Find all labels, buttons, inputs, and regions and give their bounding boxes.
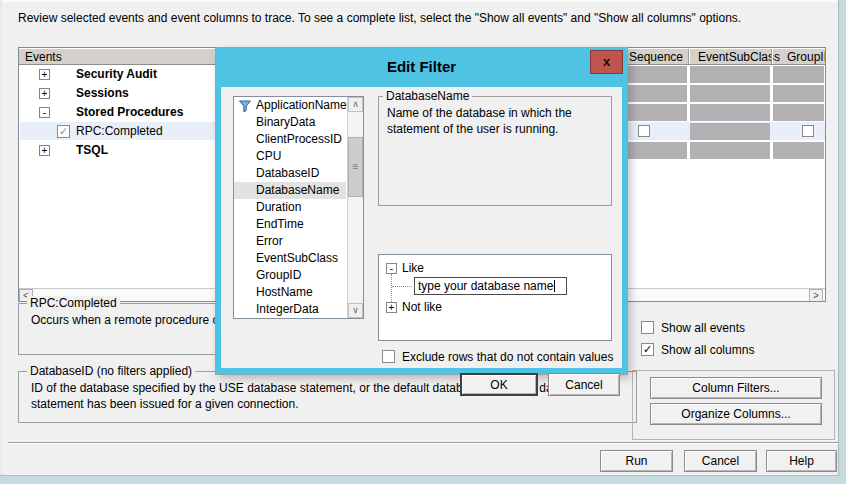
sequence-column-checkbox[interactable] xyxy=(638,125,650,137)
category-label: Security Audit xyxy=(76,65,157,84)
grid-cell xyxy=(690,104,770,121)
column-filters-button[interactable]: Column Filters... xyxy=(650,377,822,399)
collapse-icon[interactable]: - xyxy=(39,107,50,118)
list-item[interactable]: IntegerData xyxy=(234,301,346,318)
list-item[interactable]: ClientProcessID xyxy=(234,131,346,148)
list-item-selected[interactable]: DatabaseName xyxy=(234,182,346,199)
text-cursor xyxy=(554,280,555,292)
column-header-sequence[interactable]: Sequence xyxy=(629,50,683,64)
column-header-events[interactable]: Events xyxy=(25,50,62,64)
databasename-description: Name of the database in which the statem… xyxy=(387,105,602,137)
list-item[interactable]: GroupID xyxy=(234,267,346,284)
show-all-events-checkbox[interactable] xyxy=(641,321,654,334)
groupid-column-checkbox[interactable] xyxy=(802,125,814,137)
event-enabled-checkbox[interactable]: ✓ xyxy=(57,125,70,138)
event-label: RPC:Completed xyxy=(76,122,163,141)
list-item[interactable]: HostName xyxy=(234,284,346,301)
grid-cell xyxy=(690,142,770,159)
dialog-cancel-button[interactable]: Cancel xyxy=(548,373,620,396)
bottom-divider xyxy=(8,442,838,443)
list-item[interactable]: EndTime xyxy=(234,216,346,233)
grid-cell xyxy=(773,104,824,121)
category-label: Sessions xyxy=(76,84,129,103)
organize-columns-button[interactable]: Organize Columns... xyxy=(650,403,822,425)
list-item[interactable]: CPU xyxy=(234,148,346,165)
edit-filter-dialog: Edit Filter x ApplicationName BinaryData… xyxy=(216,48,627,374)
databaseid-groupbox: DatabaseID (no filters applied) ID of th… xyxy=(18,371,637,423)
databaseid-group-title: DatabaseID (no filters applied) xyxy=(27,364,195,378)
scroll-up-icon[interactable]: ∧ xyxy=(348,97,363,112)
expand-icon[interactable]: + xyxy=(386,302,397,313)
grid-cell xyxy=(773,66,824,83)
databasename-groupbox: DatabaseName Name of the database in whi… xyxy=(378,96,612,206)
dialog-title: Edit Filter xyxy=(216,48,627,86)
run-button[interactable]: Run xyxy=(600,450,673,472)
column-separator[interactable] xyxy=(771,49,772,64)
list-vertical-scrollbar[interactable]: ∧ ≡ ∨ xyxy=(347,97,363,318)
list-item-applicationname[interactable]: ApplicationName xyxy=(234,97,346,114)
ok-button[interactable]: OK xyxy=(460,373,538,396)
column-separator[interactable] xyxy=(688,49,689,64)
trace-properties-window: Review selected events and event columns… xyxy=(0,0,846,484)
show-all-columns-label: Show all columns xyxy=(661,343,754,357)
list-item[interactable]: EventSubClass xyxy=(234,250,346,267)
window-frame-right xyxy=(839,0,846,484)
tree-connector xyxy=(392,286,412,287)
filter-funnel-icon xyxy=(239,100,251,112)
grid-cell xyxy=(773,85,824,102)
expand-icon[interactable]: + xyxy=(39,88,50,99)
close-icon[interactable]: x xyxy=(590,50,623,74)
show-all-columns-checkbox[interactable]: ✓ xyxy=(641,343,654,356)
grid-cell xyxy=(773,142,824,159)
window-frame-bottom xyxy=(0,476,846,484)
show-all-events-label: Show all events xyxy=(661,321,745,335)
column-header-eventsubclass[interactable]: EventSubClass xyxy=(698,50,780,64)
not-like-node-label[interactable]: Not like xyxy=(402,300,442,315)
scrollbar-thumb[interactable]: ≡ xyxy=(348,137,363,197)
help-button[interactable]: Help xyxy=(766,450,837,472)
list-item[interactable]: BinaryData xyxy=(234,114,346,131)
rpc-completed-group-title: RPC:Completed xyxy=(27,296,120,310)
cancel-button[interactable]: Cancel xyxy=(684,450,757,472)
window-frame-top xyxy=(0,0,846,2)
like-node-label[interactable]: Like xyxy=(402,261,424,276)
category-label: TSQL xyxy=(76,141,108,160)
category-label: Stored Procedures xyxy=(76,103,183,122)
list-item[interactable]: Duration xyxy=(234,199,346,216)
instruction-text: Review selected events and event columns… xyxy=(18,11,741,25)
expand-icon[interactable]: + xyxy=(39,145,50,156)
expand-icon[interactable]: + xyxy=(39,69,50,80)
grid-cell xyxy=(690,66,770,83)
scroll-right-icon[interactable]: > xyxy=(809,289,823,302)
databasename-group-title: DatabaseName xyxy=(383,89,472,103)
filter-value-input[interactable]: type your database name xyxy=(414,277,567,295)
filter-condition-tree[interactable]: - Like type your database name + Not lik… xyxy=(378,254,612,341)
collapse-icon[interactable]: - xyxy=(386,263,397,274)
column-header-groupid[interactable]: GroupID xyxy=(787,50,826,64)
exclude-rows-checkbox[interactable] xyxy=(382,350,395,363)
list-item[interactable]: Error xyxy=(234,233,346,250)
filter-column-listbox[interactable]: ApplicationName BinaryData ClientProcess… xyxy=(233,96,364,319)
grid-cell xyxy=(690,123,770,140)
exclude-rows-label: Exclude rows that do not contain values xyxy=(402,350,613,364)
grid-cell xyxy=(690,85,770,102)
window-frame-left xyxy=(0,0,2,484)
scroll-down-icon[interactable]: ∨ xyxy=(348,303,363,318)
list-item[interactable]: DatabaseID xyxy=(234,165,346,182)
dialog-body: ApplicationName BinaryData ClientProcess… xyxy=(221,87,622,368)
